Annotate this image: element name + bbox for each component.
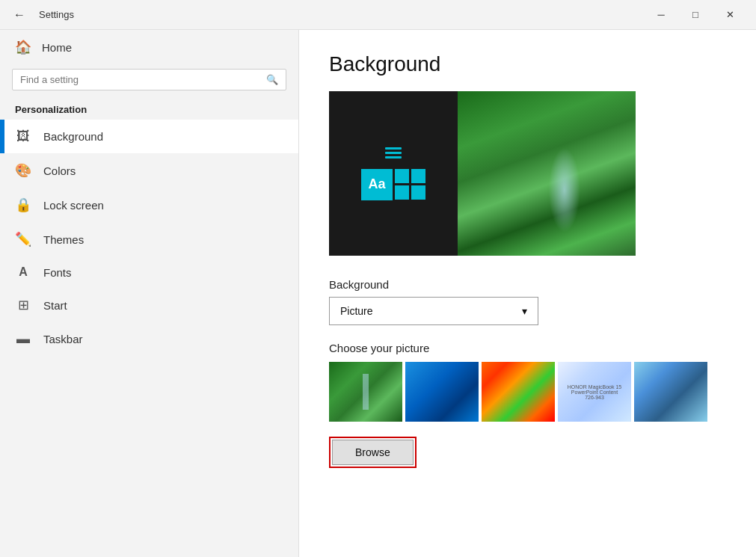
- thumb-beach: [634, 362, 707, 422]
- section-title: Personalization: [0, 98, 298, 120]
- search-input[interactable]: [20, 74, 266, 85]
- sidebar-item-taskbar[interactable]: ▬ Taskbar: [0, 322, 298, 356]
- sidebar-item-home[interactable]: 🏠 Home: [0, 30, 298, 64]
- lockscreen-icon: 🔒: [15, 197, 31, 213]
- preview-tile-small-4: [411, 185, 425, 200]
- background-icon: 🖼: [15, 129, 31, 144]
- preview-wallpaper: [458, 91, 636, 256]
- background-dropdown[interactable]: Picture ▾: [329, 297, 538, 325]
- window-controls: ─ □ ✕: [644, 0, 747, 30]
- fonts-icon: A: [15, 265, 31, 279]
- sidebar-item-lockscreen[interactable]: 🔒 Lock screen: [0, 188, 298, 222]
- thumb-waterfall: [329, 362, 402, 422]
- background-preview: Aa: [329, 91, 636, 256]
- main-layout: 🏠 Home 🔍 Personalization 🖼 Background 🎨 …: [0, 30, 756, 557]
- maximize-button[interactable]: □: [678, 0, 713, 30]
- taskbar-icon: ▬: [15, 331, 31, 347]
- page-title: Background: [329, 52, 726, 76]
- menu-line-1: [385, 147, 402, 150]
- sidebar-item-label: Fonts: [43, 266, 72, 279]
- menu-line-3: [385, 156, 402, 159]
- picture-thumb-4[interactable]: HONOR MagicBook 15PowerPoint Content726-…: [558, 362, 631, 422]
- thumb-colorful: [482, 362, 555, 422]
- choose-picture-label: Choose your picture: [329, 342, 726, 354]
- background-section-label: Background: [329, 278, 726, 291]
- sidebar-item-label: Themes: [43, 233, 84, 246]
- back-button[interactable]: ←: [9, 5, 30, 25]
- preview-tiles: Aa: [361, 169, 425, 200]
- search-icon: 🔍: [266, 74, 278, 85]
- picture-thumb-5[interactable]: [634, 362, 707, 422]
- picture-thumb-2[interactable]: [405, 362, 479, 422]
- titlebar-title: Settings: [39, 9, 644, 20]
- search-box[interactable]: 🔍: [12, 69, 286, 90]
- home-label: Home: [42, 41, 72, 54]
- sidebar-item-background[interactable]: 🖼 Background: [0, 120, 298, 153]
- sidebar-item-label: Colors: [43, 164, 76, 177]
- preview-tile-grid: [395, 169, 425, 200]
- sidebar-item-label: Taskbar: [43, 333, 83, 345]
- sidebar: 🏠 Home 🔍 Personalization 🖼 Background 🎨 …: [0, 30, 299, 557]
- sidebar-item-fonts[interactable]: A Fonts: [0, 256, 298, 288]
- chevron-down-icon: ▾: [522, 305, 527, 317]
- colors-icon: 🎨: [15, 162, 31, 179]
- preview-tile-small-3: [395, 185, 409, 200]
- picture-thumb-3[interactable]: [482, 362, 555, 422]
- dropdown-value: Picture: [340, 305, 373, 317]
- themes-icon: ✏️: [15, 231, 31, 247]
- preview-tile-small-2: [411, 169, 425, 183]
- preview-tile-big: Aa: [361, 169, 393, 200]
- browse-wrapper: Browse: [329, 437, 417, 468]
- thumb-windows: [405, 362, 479, 422]
- preview-taskbar: Aa: [329, 91, 458, 256]
- preview-tile-small-1: [395, 169, 409, 183]
- sidebar-item-label: Start: [43, 299, 67, 312]
- content-area: Background Aa: [299, 30, 756, 557]
- sidebar-item-label: Lock screen: [43, 199, 104, 212]
- titlebar: ← Settings ─ □ ✕: [0, 0, 756, 30]
- sidebar-item-label: Background: [43, 130, 103, 143]
- sidebar-item-start[interactable]: ⊞ Start: [0, 288, 298, 322]
- start-icon: ⊞: [15, 297, 31, 313]
- picture-grid: HONOR MagicBook 15PowerPoint Content726-…: [329, 362, 726, 422]
- thumb-document: HONOR MagicBook 15PowerPoint Content726-…: [558, 362, 631, 422]
- home-icon: 🏠: [15, 39, 31, 55]
- picture-thumb-1[interactable]: [329, 362, 402, 422]
- close-button[interactable]: ✕: [713, 0, 747, 30]
- browse-button[interactable]: Browse: [332, 440, 414, 465]
- wallpaper-image: [458, 91, 636, 256]
- sidebar-item-themes[interactable]: ✏️ Themes: [0, 222, 298, 256]
- preview-menu-icon: [385, 147, 402, 159]
- sidebar-item-colors[interactable]: 🎨 Colors: [0, 153, 298, 188]
- minimize-button[interactable]: ─: [644, 0, 678, 30]
- menu-line-2: [385, 152, 402, 154]
